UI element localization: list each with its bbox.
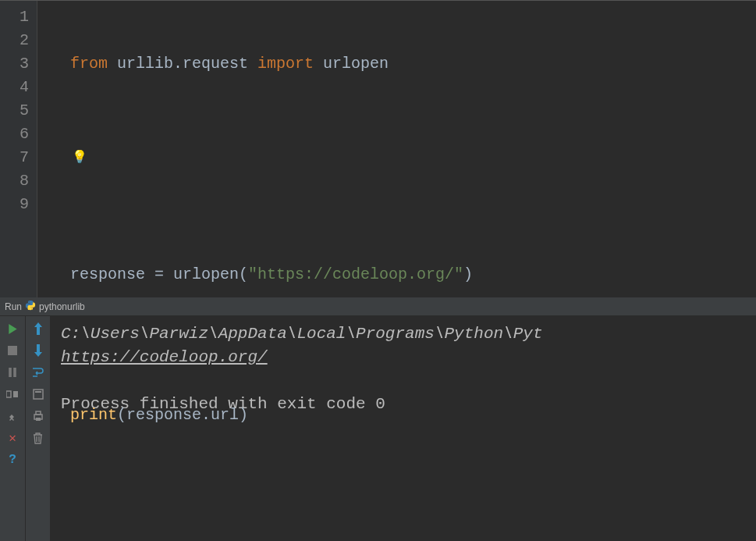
run-tool-column: ✕ ?: [0, 316, 25, 541]
code-editor[interactable]: 1 2 3 4 5 6 7 8 9 from urllib.request im…: [0, 0, 756, 297]
line-number: 1: [0, 5, 29, 29]
layout-button[interactable]: [5, 386, 20, 402]
function-name: print: [70, 406, 117, 424]
svg-rect-1: [9, 368, 12, 377]
gutter-gap: [37, 1, 61, 297]
line-gutter: 1 2 3 4 5 6 7 8 9: [0, 1, 37, 297]
run-label: Run: [5, 301, 22, 312]
help-button[interactable]: ?: [5, 452, 20, 468]
up-button[interactable]: [30, 321, 46, 336]
code-content[interactable]: from urllib.request import urlopen respo…: [61, 1, 756, 297]
scroll-button[interactable]: [30, 386, 46, 402]
svg-rect-8: [36, 411, 41, 415]
close-button[interactable]: ✕: [5, 430, 20, 446]
keyword: from: [70, 55, 108, 73]
trash-button[interactable]: [30, 430, 46, 446]
down-button[interactable]: [30, 343, 46, 358]
pause-button[interactable]: [5, 365, 20, 380]
line-number: 4: [0, 76, 29, 99]
keyword: import: [257, 55, 314, 73]
svg-rect-4: [13, 391, 18, 397]
code-text: urlopen: [314, 55, 389, 73]
wrap-button[interactable]: [30, 365, 46, 380]
output-tool-column: [25, 316, 50, 541]
code-text: response = urlopen(: [70, 265, 248, 283]
pin-button[interactable]: [5, 408, 20, 424]
line-number: 7: [0, 146, 29, 169]
print-button[interactable]: [30, 408, 46, 424]
code-text: urllib.request: [108, 55, 257, 73]
svg-rect-2: [13, 368, 16, 377]
code-text: ): [463, 265, 473, 283]
lightbulb-icon[interactable]: 💡: [72, 146, 87, 169]
code-text: (response.url): [117, 406, 248, 424]
svg-rect-9: [36, 418, 41, 421]
line-number: 6: [0, 123, 29, 146]
stop-button[interactable]: [5, 343, 20, 358]
svg-rect-5: [34, 390, 43, 399]
line-number: 8: [0, 169, 29, 193]
line-number: 9: [0, 193, 29, 216]
svg-rect-6: [35, 391, 41, 393]
svg-rect-0: [8, 346, 17, 355]
svg-rect-3: [6, 391, 11, 397]
line-number: 5: [0, 99, 29, 123]
line-number: 2: [0, 29, 29, 52]
line-number: 3: [0, 52, 29, 76]
string-literal: "https://codeloop.org/": [248, 265, 463, 283]
rerun-button[interactable]: [5, 321, 20, 336]
python-icon: [25, 300, 36, 313]
